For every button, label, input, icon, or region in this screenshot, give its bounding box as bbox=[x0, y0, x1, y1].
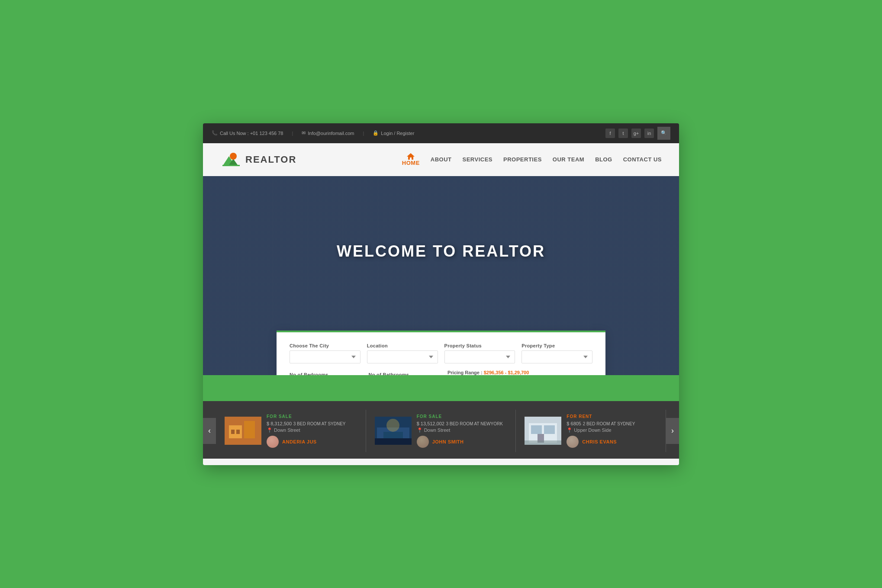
svg-rect-19 bbox=[531, 425, 542, 434]
listing-image-3 bbox=[525, 417, 561, 445]
listing-thumb-3 bbox=[525, 417, 561, 445]
house-svg bbox=[406, 153, 415, 160]
svg-rect-22 bbox=[525, 440, 561, 445]
svg-rect-9 bbox=[244, 421, 255, 438]
linkedin-icon[interactable]: in bbox=[644, 129, 654, 138]
svg-rect-8 bbox=[229, 425, 242, 438]
type-field: Property Type bbox=[521, 343, 592, 363]
agent-name-3: CHRIS EVANS bbox=[582, 439, 617, 444]
status-select[interactable] bbox=[444, 350, 515, 363]
nav-item-ourteam[interactable]: OUR TEAM bbox=[553, 156, 584, 163]
listing-price-1: $ 8,312,500 3 BED ROOM AT SYDNEY bbox=[267, 420, 357, 427]
status-field: Property Status bbox=[444, 343, 515, 363]
listing-agent-3: CHRIS EVANS bbox=[567, 436, 657, 448]
hero-title: WELCOME TO REALTOR bbox=[337, 242, 545, 260]
listing-thumb-1 bbox=[225, 417, 261, 445]
listings-bar: ‹ FOR SALE $ 8,312,500 bbox=[203, 401, 679, 459]
listing-agent-1: ANDERIA JUS bbox=[267, 436, 357, 448]
location-select[interactable] bbox=[367, 350, 438, 363]
listing-agent-2: JOHN SMITH bbox=[417, 436, 507, 448]
logo[interactable]: REALTOR bbox=[220, 151, 296, 168]
type-select[interactable] bbox=[521, 350, 592, 363]
search-row-1: Choose The City Location Property Status bbox=[290, 343, 592, 363]
phone-icon: 📞 bbox=[212, 130, 218, 136]
listing-location-1: 📍 Down Street bbox=[267, 427, 357, 433]
hero-section: WELCOME TO REALTOR Choose The City Locat… bbox=[203, 176, 679, 375]
listing-price-3: $ 6805 2 BED ROOM AT SYDNEY bbox=[567, 420, 657, 427]
agent-avatar-3 bbox=[567, 436, 579, 448]
nav-item-about[interactable]: ABOUT bbox=[431, 156, 452, 163]
facebook-icon[interactable]: f bbox=[605, 129, 615, 138]
email-icon: ✉ bbox=[302, 130, 306, 136]
listing-price-2: $ 13,512,002 3 BED ROOM AT NEWYORK bbox=[417, 420, 507, 427]
header: REALTOR HOME ABOUT SERVICES PROPERTIES O… bbox=[203, 143, 679, 176]
email-text: Info@ourinfomail.com bbox=[308, 131, 354, 136]
login-info[interactable]: 🔒 Login / Register bbox=[373, 130, 414, 136]
status-label: Property Status bbox=[444, 343, 515, 348]
email-info: ✉ Info@ourinfomail.com bbox=[302, 130, 354, 136]
google-plus-icon[interactable]: g+ bbox=[631, 129, 641, 138]
phone-info: 📞 Call Us Now : +01 123 456 78 bbox=[212, 130, 283, 136]
listing-info-1: FOR SALE $ 8,312,500 3 BED ROOM AT SYDNE… bbox=[267, 414, 357, 448]
svg-point-15 bbox=[386, 419, 399, 432]
city-label: Choose The City bbox=[290, 343, 361, 348]
logo-text: REALTOR bbox=[245, 154, 296, 165]
search-icon[interactable]: 🔍 bbox=[657, 127, 670, 140]
lock-icon: 🔒 bbox=[373, 130, 379, 136]
svg-rect-10 bbox=[231, 430, 235, 434]
browser-window: 📞 Call Us Now : +01 123 456 78 | ✉ Info@… bbox=[203, 123, 679, 465]
svg-rect-11 bbox=[236, 430, 240, 434]
nav-item-properties[interactable]: PROPERTIES bbox=[503, 156, 542, 163]
pricing-section: Pricing Range : $296,356 - $1,29,700 SEA… bbox=[447, 370, 592, 375]
listings-container: FOR SALE $ 8,312,500 3 BED ROOM AT SYDNE… bbox=[216, 410, 666, 452]
location-label: Location bbox=[367, 343, 438, 348]
pin-icon-1: 📍 bbox=[267, 427, 273, 433]
svg-rect-20 bbox=[544, 425, 555, 434]
agent-avatar-2 bbox=[417, 436, 429, 448]
listing-card-3[interactable]: FOR RENT $ 6805 2 BED ROOM AT SYDNEY 📍 U… bbox=[516, 410, 666, 452]
prev-arrow[interactable]: ‹ bbox=[203, 418, 216, 444]
listing-thumb-2 bbox=[375, 417, 412, 445]
bedrooms-label: No of Bedrooms bbox=[290, 372, 362, 375]
type-label: Property Type bbox=[521, 343, 592, 348]
footer-bar bbox=[203, 459, 679, 465]
twitter-icon[interactable]: t bbox=[618, 129, 628, 138]
svg-rect-16 bbox=[375, 438, 412, 445]
listing-info-2: FOR SALE $ 13,512,002 3 BED ROOM AT NEWY… bbox=[417, 414, 507, 448]
bedrooms-field: No of Bedrooms bbox=[290, 372, 362, 375]
city-select[interactable] bbox=[290, 350, 361, 363]
city-field: Choose The City bbox=[290, 343, 361, 363]
separator-1: | bbox=[292, 131, 293, 136]
nav-item-home: HOME bbox=[402, 160, 420, 166]
bathrooms-label: No of Bathrooms bbox=[369, 372, 441, 375]
listing-image-2 bbox=[375, 417, 412, 445]
pricing-label: Pricing Range : $296,356 - $1,29,700 bbox=[447, 370, 592, 375]
location-field: Location bbox=[367, 343, 438, 363]
listing-badge-3: FOR RENT bbox=[567, 414, 657, 419]
svg-rect-3 bbox=[222, 165, 240, 166]
listing-card-2[interactable]: FOR SALE $ 13,512,002 3 BED ROOM AT NEWY… bbox=[366, 410, 516, 452]
svg-point-2 bbox=[230, 153, 237, 160]
separator-2: | bbox=[363, 131, 364, 136]
nav-home[interactable]: HOME bbox=[402, 153, 420, 166]
logo-icon bbox=[220, 151, 242, 168]
phone-text: Call Us Now : +01 123 456 78 bbox=[220, 131, 283, 136]
search-row-2: No of Bedrooms No of Bathrooms Pricing R… bbox=[290, 370, 592, 375]
listing-card-1[interactable]: FOR SALE $ 8,312,500 3 BED ROOM AT SYDNE… bbox=[216, 410, 366, 452]
listing-badge-1: FOR SALE bbox=[267, 414, 357, 419]
next-arrow[interactable]: › bbox=[666, 418, 679, 444]
main-nav: HOME ABOUT SERVICES PROPERTIES OUR TEAM … bbox=[402, 153, 662, 166]
nav-item-services[interactable]: SERVICES bbox=[463, 156, 493, 163]
top-bar: 📞 Call Us Now : +01 123 456 78 | ✉ Info@… bbox=[203, 123, 679, 143]
top-bar-right: f t g+ in 🔍 bbox=[605, 127, 670, 140]
nav-item-contact[interactable]: CONTACT US bbox=[623, 156, 662, 163]
listing-badge-2: FOR SALE bbox=[417, 414, 507, 419]
search-panel: Choose The City Location Property Status bbox=[277, 331, 605, 375]
top-bar-left: 📞 Call Us Now : +01 123 456 78 | ✉ Info@… bbox=[212, 130, 414, 136]
pin-icon-2: 📍 bbox=[417, 427, 423, 433]
agent-name-1: ANDERIA JUS bbox=[282, 439, 317, 444]
nav-item-blog[interactable]: BLOG bbox=[595, 156, 612, 163]
pin-icon-3: 📍 bbox=[567, 427, 573, 433]
listing-location-2: 📍 Down Street bbox=[417, 427, 507, 433]
pricing-value: $296,356 - $1,29,700 bbox=[484, 370, 529, 375]
